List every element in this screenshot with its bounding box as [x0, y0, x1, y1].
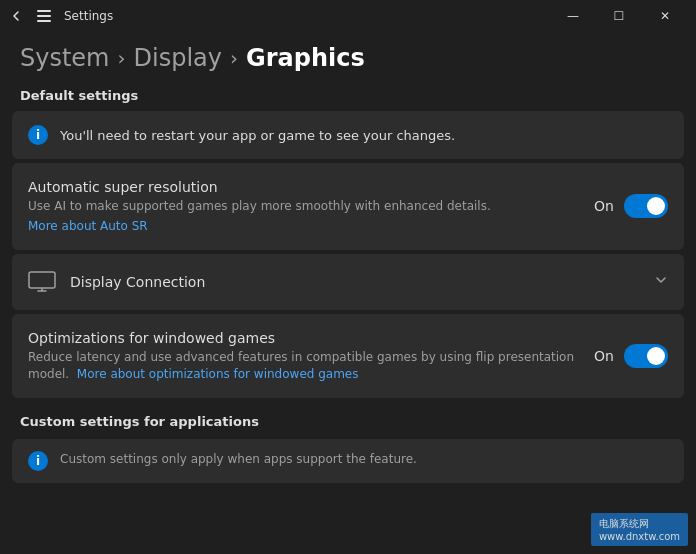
svg-rect-0: [37, 10, 51, 12]
display-conn-label: Display Connection: [70, 274, 205, 290]
display-connection-card[interactable]: Display Connection: [12, 254, 684, 310]
restart-info-card: i You'll need to restart your app or gam…: [12, 111, 684, 159]
auto-sr-link[interactable]: More about Auto SR: [28, 219, 148, 233]
minimize-button[interactable]: —: [550, 0, 596, 32]
svg-rect-1: [37, 15, 51, 17]
breadcrumb-graphics: Graphics: [246, 44, 365, 72]
windowed-games-card: Optimizations for windowed games Reduce …: [12, 314, 684, 399]
svg-rect-2: [37, 20, 51, 22]
auto-sr-desc: Use AI to make supported games play more…: [28, 198, 578, 215]
restart-info-text: You'll need to restart your app or game …: [60, 128, 455, 143]
windowed-games-row: Optimizations for windowed games Reduce …: [28, 330, 668, 383]
hamburger-icon[interactable]: [36, 8, 52, 24]
titlebar: Settings — ☐ ✕: [0, 0, 696, 32]
custom-info-text: Custom settings only apply when apps sup…: [60, 451, 417, 468]
chevron-down-icon: [654, 273, 668, 290]
windowed-games-link[interactable]: More about optimizations for windowed ga…: [77, 367, 359, 381]
windowed-games-toggle[interactable]: [624, 344, 668, 368]
windowed-games-title: Optimizations for windowed games: [28, 330, 578, 346]
titlebar-left: Settings: [8, 8, 113, 24]
content-area: i You'll need to restart your app or gam…: [0, 111, 696, 398]
auto-sr-status: On: [594, 198, 614, 214]
windowed-games-toggle-group: On: [594, 344, 668, 368]
auto-sr-toggle-group: On: [594, 194, 668, 218]
watermark: 电脑系统网www.dnxtw.com: [591, 513, 688, 546]
custom-info-icon: i: [28, 451, 48, 471]
auto-sr-toggle[interactable]: [624, 194, 668, 218]
breadcrumb-display[interactable]: Display: [134, 44, 222, 72]
info-icon: i: [28, 125, 48, 145]
custom-settings-info-card: i Custom settings only apply when apps s…: [12, 439, 684, 483]
custom-settings-section: Custom settings for applications: [0, 402, 696, 439]
monitor-icon: [28, 270, 56, 294]
breadcrumb-sep-2: ›: [230, 46, 238, 70]
breadcrumb-sep-1: ›: [118, 46, 126, 70]
auto-sr-text: Automatic super resolution Use AI to mak…: [28, 179, 578, 234]
maximize-button[interactable]: ☐: [596, 0, 642, 32]
auto-sr-card: Automatic super resolution Use AI to mak…: [12, 163, 684, 250]
back-button[interactable]: [8, 8, 24, 24]
breadcrumb: System › Display › Graphics: [0, 32, 696, 80]
custom-settings-title: Custom settings for applications: [20, 414, 676, 429]
close-button[interactable]: ✕: [642, 0, 688, 32]
default-settings-title: Default settings: [0, 80, 696, 111]
auto-sr-row: Automatic super resolution Use AI to mak…: [28, 179, 668, 234]
windowed-games-text: Optimizations for windowed games Reduce …: [28, 330, 578, 383]
breadcrumb-system[interactable]: System: [20, 44, 110, 72]
titlebar-controls: — ☐ ✕: [550, 0, 688, 32]
windowed-games-status: On: [594, 348, 614, 364]
auto-sr-title: Automatic super resolution: [28, 179, 578, 195]
svg-rect-3: [29, 272, 55, 288]
windowed-games-desc: Reduce latency and use advanced features…: [28, 349, 578, 383]
display-conn-left: Display Connection: [28, 270, 205, 294]
titlebar-title: Settings: [64, 9, 113, 23]
